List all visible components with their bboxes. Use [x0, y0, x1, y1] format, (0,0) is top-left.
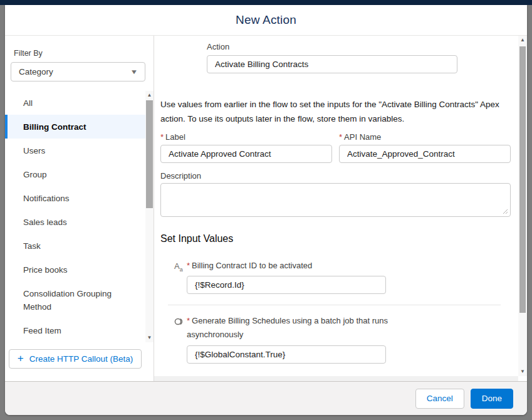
category-item-sales-leads[interactable]: Sales leads [5, 210, 145, 234]
modal-header: New Action [5, 5, 527, 36]
modal-title: New Action [236, 13, 296, 27]
modal-footer: Cancel Done [5, 381, 527, 415]
required-icon: * [187, 316, 190, 325]
callout-button-area: + Create HTTP Callout (Beta) [5, 342, 154, 381]
sidebar-scrollbar-thumb[interactable] [146, 100, 153, 208]
action-input[interactable] [207, 55, 457, 73]
action-label: Action [207, 42, 457, 52]
required-icon: * [339, 132, 342, 142]
category-item-group[interactable]: Group [5, 162, 145, 186]
scroll-up-icon[interactable]: ▲ [518, 36, 527, 45]
main-scrollbar[interactable]: ▲ ▼ [518, 36, 527, 376]
main-scrollbar-thumb[interactable] [519, 46, 526, 313]
toggle-icon [174, 314, 187, 364]
category-list: All Billing Contract Users Group Notific… [5, 91, 154, 342]
horizontal-scrollbar[interactable] [154, 376, 518, 381]
billing-contract-id-label: *Billing Contract ID to be activated [187, 259, 386, 272]
category-dropdown[interactable]: Category ▼ [11, 62, 145, 81]
category-item-users[interactable]: Users [5, 139, 145, 162]
create-http-callout-label: Create HTTP Callout (Beta) [29, 354, 133, 364]
chevron-down-icon: ▼ [130, 68, 138, 75]
input-row-billing-contract-id: Aa *Billing Contract ID to be activated [174, 259, 511, 294]
global-constant-input[interactable] [187, 345, 386, 364]
record-id-input[interactable] [187, 276, 386, 294]
filter-by-label: Filter By [14, 49, 154, 58]
category-item-consolidation-grouping-method[interactable]: Consolidation Grouping Method [5, 281, 145, 318]
row-divider [168, 305, 501, 305]
action-field-group: Action [207, 42, 457, 73]
generate-billing-schedules-label: *Generate Billing Schedules using a batc… [187, 314, 403, 342]
category-item-task[interactable]: Task [5, 234, 145, 258]
cancel-button[interactable]: Cancel [415, 389, 464, 409]
category-item-all[interactable]: All [5, 91, 145, 115]
input-row-generate-billing-schedules: *Generate Billing Schedules using a batc… [174, 314, 511, 364]
label-field-label: *Label [160, 132, 332, 142]
description-field-group: Description [160, 171, 511, 217]
category-sidebar: Filter By Category ▼ All Billing Contrac… [5, 36, 154, 381]
category-dropdown-value: Category [19, 67, 53, 76]
sidebar-scrollbar[interactable]: ▲ ▼ [145, 91, 154, 342]
new-action-modal: New Action Filter By Category ▼ All Bill… [5, 5, 527, 415]
action-config-content: Action Use values from earlier in the fl… [154, 36, 518, 376]
required-icon: * [160, 132, 164, 142]
plus-icon: + [18, 353, 24, 364]
resize-handle-icon[interactable] [503, 209, 508, 214]
create-http-callout-button[interactable]: + Create HTTP Callout (Beta) [9, 349, 142, 369]
label-input[interactable] [160, 145, 332, 163]
api-name-label: *API Name [339, 132, 511, 142]
api-name-input[interactable] [339, 145, 511, 163]
page-top-bar [0, 0, 532, 5]
label-field-group: *Label [160, 132, 332, 163]
scroll-down-icon[interactable]: ▼ [518, 367, 527, 376]
text-type-icon: Aa [174, 259, 187, 294]
category-item-notifications[interactable]: Notifications [5, 186, 145, 210]
category-item-feed-item[interactable]: Feed Item [5, 318, 145, 342]
scroll-down-icon[interactable]: ▼ [145, 333, 154, 342]
description-label: Description [160, 171, 511, 181]
done-button[interactable]: Done [471, 389, 513, 409]
set-input-values-heading: Set Input Values [160, 233, 511, 244]
action-config-panel: Action Use values from earlier in the fl… [154, 36, 527, 381]
api-name-field-group: *API Name [339, 132, 511, 163]
description-textarea[interactable] [160, 183, 511, 217]
category-item-billing-contract[interactable]: Billing Contract [5, 115, 145, 139]
scroll-up-icon[interactable]: ▲ [145, 91, 154, 100]
intro-text: Use values from earlier in the flow to s… [160, 97, 511, 126]
required-icon: * [187, 261, 190, 270]
category-item-price-books[interactable]: Price books [5, 258, 145, 281]
modal-body: Filter By Category ▼ All Billing Contrac… [5, 36, 527, 381]
